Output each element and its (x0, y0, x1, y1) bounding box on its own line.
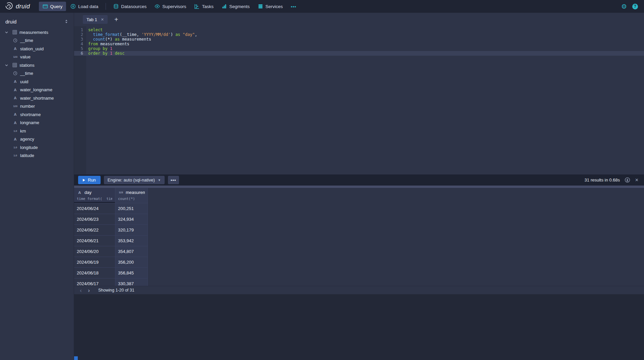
cell-day[interactable]: 2024/06/19 (74, 257, 115, 268)
tree-column-km[interactable]: 1.0km (0, 127, 74, 135)
cell-day[interactable]: 2024/06/21 (74, 236, 115, 246)
nav-item-label: Load data (78, 4, 98, 9)
chevron-down-icon (5, 31, 10, 34)
float-type-icon: 1.0 (12, 154, 18, 157)
string-type-icon: A (12, 137, 18, 141)
line-number: 2 (74, 32, 86, 37)
tree-column-number[interactable]: 123number (0, 102, 74, 111)
tab-1[interactable]: Tab 1 ✕ (83, 15, 108, 24)
help-icon[interactable]: ? (632, 4, 638, 9)
page-next-button[interactable]: › (85, 288, 93, 293)
nav-item-query[interactable]: Query (39, 2, 66, 11)
clock-icon (12, 38, 18, 43)
navbar-right: ⚙ ? (621, 3, 639, 10)
tree-column-water-longname[interactable]: Awater_longname (0, 86, 74, 94)
cell-measurements[interactable]: 353,942 (115, 236, 148, 246)
nav-item-datasources[interactable]: Datasources (110, 2, 150, 11)
query-more-button[interactable]: ••• (168, 176, 179, 184)
results-body: 2024/06/24200,2512024/06/23324,9342024/0… (74, 203, 644, 286)
float-type-icon: 1.0 (12, 146, 18, 149)
code-line-1: select (86, 28, 644, 32)
download-icon[interactable] (625, 177, 630, 183)
cell-measurements[interactable]: 354,807 (115, 246, 148, 257)
cell-day[interactable]: 2024/06/17 (74, 278, 115, 286)
cell-measurements[interactable]: 330,387 (115, 278, 148, 286)
nav-item-label: Query (50, 4, 63, 9)
sidebar-header: druid (0, 17, 74, 26)
nav-item-segments[interactable]: Segments (218, 2, 253, 11)
nav-more-button[interactable]: ••• (287, 2, 300, 11)
column-expression: count(*) (118, 197, 145, 201)
druid-brand[interactable]: druid (5, 2, 30, 11)
number-type-icon: 123 (12, 55, 18, 58)
services-icon (258, 4, 263, 9)
run-button-label: Run (88, 177, 96, 183)
datasources-icon (113, 4, 119, 9)
pagination-label: Showing 1-20 of 31 (98, 288, 134, 293)
cell-measurements[interactable]: 324,934 (115, 214, 148, 225)
nav-item-services[interactable]: Services (254, 2, 287, 11)
tree-column-agency[interactable]: Aagency (0, 135, 74, 144)
nav-item-label: Tasks (202, 4, 214, 9)
column-header-day[interactable]: Adaytime_format(__time, … (74, 188, 115, 203)
add-tab-button[interactable]: + (113, 16, 120, 23)
nav-item-supervisors[interactable]: Supervisors (151, 2, 190, 11)
cell-day[interactable]: 2024/06/18 (74, 268, 115, 278)
cell-day[interactable]: 2024/06/24 (74, 203, 115, 214)
editor-code[interactable]: select time_format(__time, 'YYYY/MM/dd')… (86, 26, 644, 174)
column-header-measurem-[interactable]: 123measurem...count(*) (115, 188, 148, 203)
cell-measurements[interactable]: 356,845 (115, 268, 148, 278)
run-button[interactable]: Run (78, 176, 101, 184)
tab-label: Tab 1 (86, 17, 97, 22)
tab-close-icon[interactable]: ✕ (101, 17, 104, 22)
line-number: 3 (74, 37, 86, 42)
tree-column-label: number (20, 104, 35, 109)
supervisors-icon (155, 4, 160, 9)
tree-table-stations[interactable]: stations (0, 61, 74, 69)
tree-column-value[interactable]: 123value (0, 53, 74, 61)
tree-table-measurements[interactable]: measurements (0, 28, 74, 37)
tree-column-water-shortname[interactable]: Awater_shortname (0, 94, 74, 102)
tree-column-label: __time (20, 71, 33, 76)
cell-measurements[interactable]: 200,251 (115, 203, 148, 214)
table-row: 2024/06/22320,179 (74, 225, 644, 236)
nav-item-tasks[interactable]: Tasks (190, 2, 217, 11)
page-prev-button[interactable]: ‹ (77, 288, 85, 293)
panel-resize-handle[interactable] (74, 186, 644, 188)
tree-column-longitude[interactable]: 1.0longitude (0, 143, 74, 152)
tree-column-label: uuid (20, 79, 28, 84)
line-number: 1 (74, 28, 86, 32)
sql-editor[interactable]: 123456 select time_format(__time, 'YYYY/… (74, 26, 644, 174)
settings-gear-icon[interactable]: ⚙ (621, 3, 627, 10)
tree-table-label: stations (19, 63, 35, 68)
top-navbar: druid QueryLoad dataDatasourcesSuperviso… (0, 0, 644, 13)
tree-column-label: km (20, 128, 26, 134)
cell-day[interactable]: 2024/06/20 (74, 246, 115, 257)
tree-column--time[interactable]: __time (0, 69, 74, 78)
nav-item-label: Datasources (121, 4, 147, 9)
cell-day[interactable]: 2024/06/23 (74, 214, 115, 225)
line-number: 4 (74, 42, 86, 46)
tree-column-uuid[interactable]: Auuid (0, 78, 74, 86)
column-expression: time_format(__time, … (77, 197, 112, 201)
engine-select[interactable]: Engine: auto (sql-native) ▼ (104, 176, 165, 184)
double-caret-vertical-icon[interactable] (64, 19, 68, 24)
tree-column--time[interactable]: __time (0, 37, 74, 45)
tree-column-label: longname (20, 120, 39, 125)
string-type-icon: A (12, 121, 18, 125)
cell-day[interactable]: 2024/06/22 (74, 225, 115, 236)
chevron-down-icon: ▼ (158, 178, 161, 182)
close-results-icon[interactable]: ✕ (635, 177, 639, 183)
tree-column-longname[interactable]: Alongname (0, 119, 74, 127)
code-line-6: order by 1 desc (86, 51, 644, 56)
cell-measurements[interactable]: 320,179 (115, 225, 148, 236)
tree-column-latitude[interactable]: 1.0latitude (0, 152, 74, 160)
nav-item-load-data[interactable]: Load data (67, 2, 102, 11)
chevron-down-icon (5, 63, 10, 67)
cell-measurements[interactable]: 356,200 (115, 257, 148, 268)
nav-items: QueryLoad dataDatasourcesSupervisorsTask… (39, 2, 300, 11)
tree-column-station-uuid[interactable]: Astation_uuid (0, 45, 74, 53)
tree-column-shortname[interactable]: Ashortname (0, 110, 74, 119)
tree-column-label: station_uuid (20, 46, 44, 51)
tree-column-label: water_longname (20, 87, 52, 92)
